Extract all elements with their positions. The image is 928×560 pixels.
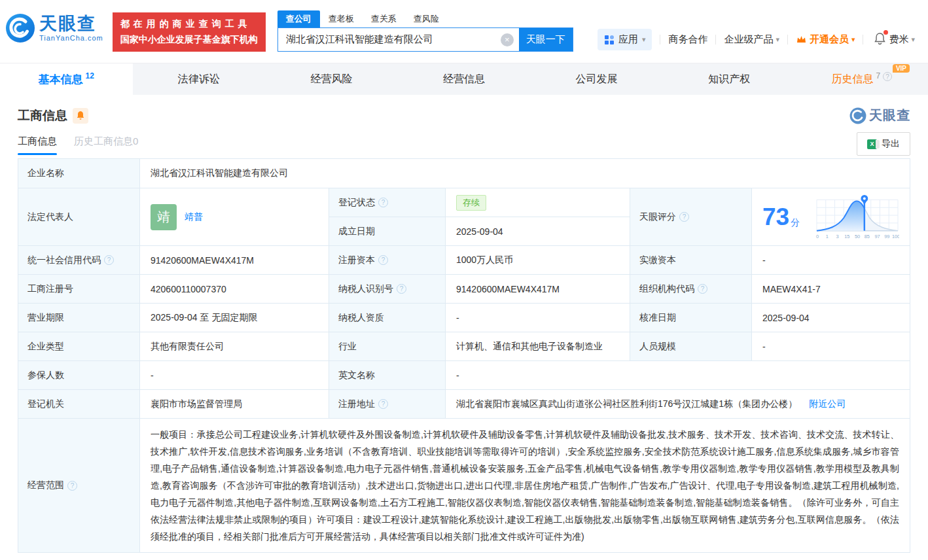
- clear-search-icon[interactable]: [501, 33, 514, 46]
- table-row: 参保人数 - 英文名称 -: [18, 361, 910, 390]
- help-icon[interactable]: [378, 255, 388, 265]
- tyc-score-value: 73 分: [752, 188, 910, 246]
- menu-divider: [787, 35, 788, 44]
- bell-icon: [76, 111, 85, 120]
- business-term-label-cell: 营业期限: [18, 304, 140, 332]
- taxpayer-id-value: 91420600MAEW4X417M: [446, 275, 630, 304]
- tab-intellectual-property[interactable]: 知识产权: [663, 63, 796, 95]
- field-value: -: [762, 255, 766, 266]
- score-number: 73: [762, 204, 789, 230]
- search-block: 查公司 查老板 查关系 查风险 天眼一下: [277, 10, 573, 52]
- logo-title: 天眼查: [39, 14, 103, 33]
- field-label: 核准日期: [639, 312, 676, 324]
- subtab-history-business-info[interactable]: 历史工商信息0: [74, 135, 138, 155]
- field-value: MAEW4X41-7: [762, 284, 821, 294]
- tab-label: 经营风险: [310, 73, 352, 86]
- tab-operating-info[interactable]: 经营信息: [398, 63, 531, 95]
- help-icon[interactable]: [378, 198, 388, 207]
- tab-label: 历史信息: [831, 73, 873, 86]
- search-tab-company[interactable]: 查公司: [277, 10, 320, 27]
- tab-operating-risk[interactable]: 经营风险: [265, 63, 398, 95]
- menu-item-user[interactable]: 费米: [889, 33, 915, 46]
- credit-code-label-cell: 统一社会信用代码: [18, 246, 140, 275]
- field-value: -: [456, 313, 459, 323]
- tab-history-info[interactable]: VIP 历史信息 7: [795, 63, 928, 95]
- axis-tick: 100: [892, 234, 899, 239]
- field-label: 企业名称: [27, 167, 64, 179]
- help-icon[interactable]: [883, 72, 892, 81]
- credit-code-value: 91420600MAEW4X417M: [140, 246, 329, 275]
- table-row: 工商注册号 420600110007370 纳税人识别号 91420600MAE…: [18, 275, 910, 304]
- org-code-value: MAEW4X41-7: [752, 275, 910, 304]
- search-button[interactable]: 天眼一下: [519, 28, 573, 51]
- approval-date-label-cell: 核准日期: [630, 304, 752, 332]
- field-label: 统一社会信用代码: [27, 254, 101, 266]
- paid-capital-value: -: [752, 246, 910, 275]
- tab-count: 12: [86, 71, 94, 80]
- field-label: 参保人数: [27, 370, 64, 381]
- menu-item-cooperation[interactable]: 商务合作: [668, 33, 707, 46]
- page-title: 工商信息: [18, 107, 67, 124]
- help-icon[interactable]: [67, 481, 77, 491]
- field-label: 成立日期: [338, 226, 375, 237]
- excel-icon: [867, 139, 877, 149]
- legal-rep-link[interactable]: 靖普: [185, 211, 203, 223]
- field-value: 2025-09-04 至 无固定期限: [151, 312, 257, 324]
- help-icon[interactable]: [104, 255, 114, 265]
- table-row: 企业名称 湖北省汉江科讯智能建造有限公司: [18, 159, 910, 188]
- help-icon[interactable]: [698, 284, 707, 294]
- score-unit: 分: [791, 217, 800, 229]
- field-label: 登记状态: [338, 197, 375, 209]
- help-icon[interactable]: [378, 399, 388, 409]
- notification-bell-button[interactable]: [874, 32, 886, 47]
- search-input[interactable]: [278, 28, 501, 51]
- field-label: 注册地址: [338, 398, 375, 410]
- search-tab-boss[interactable]: 查老板: [320, 10, 363, 27]
- reg-address-value: 湖北省襄阳市襄城区真武山街道张公祠社区胜利街176号汉江城建1栋（集团办公楼） …: [446, 390, 910, 419]
- reg-address-label-cell: 注册地址: [329, 390, 446, 419]
- field-value: 2025-09-04: [456, 226, 503, 237]
- axis-tick: 0: [816, 234, 819, 239]
- field-value: 其他有限责任公司: [151, 341, 224, 353]
- nearby-companies-link[interactable]: 附近公司: [809, 398, 846, 410]
- caret-down-icon: [776, 35, 779, 44]
- status-badge: 存续: [456, 195, 486, 211]
- tab-company-development[interactable]: 公司发展: [530, 63, 663, 95]
- reg-number-value: 420600110007370: [140, 275, 329, 304]
- field-label: 天眼评分: [639, 211, 676, 223]
- business-info-table: 企业名称 湖北省汉江科讯智能建造有限公司 法定代表人 靖 靖普 登记状态 存续 …: [18, 158, 910, 553]
- username-label: 费米: [889, 33, 908, 46]
- help-icon[interactable]: [397, 284, 406, 294]
- menu-divider: [715, 35, 716, 44]
- legal-rep-avatar[interactable]: 靖: [151, 204, 177, 230]
- apps-menu-button[interactable]: 应用: [598, 29, 652, 50]
- monitor-bell-button[interactable]: [73, 108, 88, 124]
- company-type-value: 其他有限责任公司: [140, 332, 329, 361]
- menu-item-enterprise[interactable]: 企业级产品: [724, 33, 779, 46]
- subtab-business-info[interactable]: 工商信息: [18, 135, 57, 155]
- caret-down-icon: [642, 35, 646, 44]
- field-value: 1000万人民币: [456, 254, 513, 266]
- search-tab-relation[interactable]: 查关系: [363, 10, 405, 27]
- watermark-swirl-icon: [849, 107, 866, 124]
- taxpayer-quality-label-cell: 纳税人资质: [329, 304, 446, 332]
- menu-item-vip[interactable]: 开通会员: [796, 33, 855, 46]
- help-icon[interactable]: [679, 212, 689, 222]
- logo-domain: TianYanCha.com: [39, 34, 103, 42]
- field-value: 湖北省汉江科讯智能建造有限公司: [151, 167, 288, 179]
- establish-date-value: 2025-09-04: [446, 217, 630, 246]
- tab-label: 经营信息: [443, 73, 485, 86]
- approval-date-value: 2025-09-04: [752, 304, 910, 332]
- legal-rep-label-cell: 法定代表人: [18, 188, 140, 246]
- field-label: 实缴资本: [639, 254, 676, 266]
- insured-count-value: -: [140, 361, 329, 390]
- tab-basic-info[interactable]: 基本信息 12: [0, 63, 133, 95]
- tyc-score-label-cell: 天眼评分: [630, 188, 752, 246]
- export-button[interactable]: 导出: [857, 132, 910, 156]
- tab-legal-proceedings[interactable]: 法律诉讼: [133, 63, 266, 95]
- watermark-text: 天眼查: [869, 107, 910, 124]
- search-tab-risk[interactable]: 查风险: [405, 10, 448, 27]
- industry-value: 计算机、通信和其他电子设备制造业: [446, 332, 630, 361]
- field-value: 湖北省襄阳市襄城区真武山街道张公祠社区胜利街176号汉江城建1栋（集团办公楼）: [456, 398, 797, 410]
- tianyancha-logo[interactable]: 天眼查 TianYanCha.com: [5, 13, 103, 43]
